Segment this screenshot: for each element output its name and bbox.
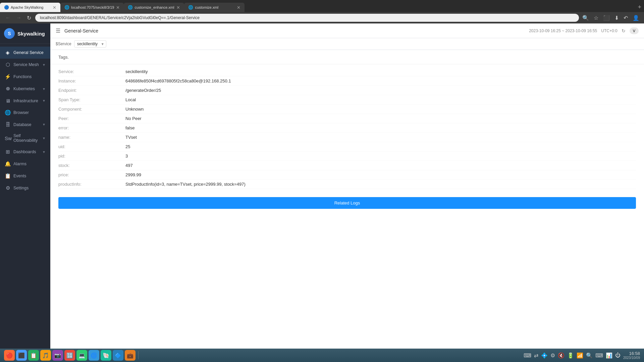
sidebar-item-service-mesh[interactable]: ⬡ Service Mesh ▼ bbox=[0, 59, 50, 71]
new-tab-button[interactable]: + bbox=[635, 2, 644, 12]
taskbar-chart-icon[interactable]: 📊 bbox=[606, 352, 612, 359]
clock-time: 16:58 bbox=[623, 351, 640, 356]
topbar-menu-icon[interactable]: ☰ bbox=[56, 27, 60, 34]
tab-close-button[interactable]: ✕ bbox=[53, 5, 56, 10]
sidebar-item-label: General Service bbox=[13, 50, 44, 55]
reload-button[interactable]: ↻ bbox=[25, 14, 33, 22]
field-value: 25 bbox=[125, 144, 636, 149]
table-row: Service: seckillentity bbox=[58, 67, 636, 76]
tab-favicon: 🌐 bbox=[128, 5, 132, 10]
tab-close-button[interactable]: ✕ bbox=[116, 5, 120, 10]
table-row: price: 2999.99 bbox=[58, 170, 636, 180]
toggle-option-1[interactable]: V bbox=[630, 28, 638, 34]
sidebar-item-dashboards[interactable]: ⊞ Dashboards ▼ bbox=[0, 146, 50, 158]
back-button[interactable]: ← bbox=[4, 14, 12, 21]
field-label: Service: bbox=[58, 69, 125, 74]
sidebar-item-general-service[interactable]: ◈ General Service bbox=[0, 47, 50, 59]
refresh-button[interactable]: ↻ bbox=[622, 28, 626, 34]
logo-text: Skywalking bbox=[17, 31, 45, 37]
taskbar-app-9[interactable]: 🐚 bbox=[101, 350, 111, 361]
clock-date: 2023/10/09 bbox=[623, 356, 640, 360]
sidebar-item-functions[interactable]: ⚡ Functions bbox=[0, 71, 50, 83]
taskbar-arrow-icon[interactable]: ⇄ bbox=[534, 352, 538, 359]
forward-button[interactable]: → bbox=[15, 14, 23, 21]
table-row: pid: 3 bbox=[58, 152, 636, 161]
taskbar-app-8[interactable]: 🌀 bbox=[89, 350, 99, 361]
self-observability-icon: Sw bbox=[5, 135, 11, 141]
taskbar-power-icon[interactable]: ⏻ bbox=[615, 352, 621, 358]
field-label: stock: bbox=[58, 163, 125, 168]
sidebar-item-label: Database bbox=[13, 122, 32, 127]
field-value: Local bbox=[125, 97, 636, 102]
field-label: uid: bbox=[58, 144, 125, 149]
sidebar-item-database[interactable]: 🗄 Database ▼ bbox=[0, 119, 50, 130]
taskbar-search-icon[interactable]: 🔍 bbox=[586, 352, 593, 359]
service-filter-label: $Service bbox=[56, 42, 71, 46]
sidebar-item-alarms[interactable]: 🔔 Alarms bbox=[0, 158, 50, 170]
fields-table: Service: seckillentity Instance: 648686f… bbox=[50, 64, 644, 192]
sidebar-item-events[interactable]: 📋 Events bbox=[0, 170, 50, 182]
back-nav-icon[interactable]: ↶ bbox=[623, 14, 629, 22]
content-area: Tags. Service: seckillentity Instance: 6… bbox=[50, 50, 644, 349]
sidebar-item-self-observability[interactable]: Sw Self Observability ▼ bbox=[0, 130, 50, 146]
extensions-icon[interactable]: ⬛ bbox=[602, 14, 610, 22]
expand-arrow-icon: ▼ bbox=[42, 150, 46, 154]
taskbar: 🔴 ⬛ 📋 🎵 📷 🔢 💻 🌀 🐚 🔷 💼 ⌨ ⇄ 💠 ⚙ 🔇 🔋 📶 🔍 ⌨ … bbox=[0, 349, 644, 362]
taskbar-keyboard-icon[interactable]: ⌨ bbox=[524, 352, 531, 359]
sidebar-item-kubernetes[interactable]: ☸ Kubernetes ▼ bbox=[0, 83, 50, 95]
sidebar-item-label: Settings bbox=[13, 186, 29, 190]
profile-icon[interactable]: 👤 bbox=[632, 14, 640, 22]
expand-arrow-icon: ▼ bbox=[42, 87, 46, 91]
taskbar-app-11[interactable]: 💼 bbox=[125, 350, 136, 361]
sidebar-item-browser[interactable]: 🌐 Browser bbox=[0, 107, 50, 119]
field-value: /generateOrder/25 bbox=[125, 88, 636, 93]
sidebar-item-label: Dashboards bbox=[13, 149, 36, 154]
field-label: Endpoint: bbox=[58, 88, 125, 93]
related-logs-button[interactable]: Related Logs bbox=[58, 197, 636, 209]
address-bar[interactable] bbox=[35, 14, 579, 22]
taskbar-app-6[interactable]: 🔢 bbox=[64, 350, 75, 361]
browser-tab-tab1[interactable]: 🔵 Apache SkyWalking ✕ bbox=[0, 3, 60, 12]
sidebar-item-label: Browser bbox=[13, 110, 29, 115]
infrastructure-icon: 🖥 bbox=[5, 98, 11, 104]
taskbar-app-2[interactable]: ⬛ bbox=[16, 350, 27, 361]
star-icon[interactable]: ☆ bbox=[593, 14, 599, 22]
taskbar-app-7[interactable]: 💻 bbox=[76, 350, 87, 361]
taskbar-blue-icon[interactable]: 💠 bbox=[541, 352, 548, 359]
field-value: 3 bbox=[125, 154, 636, 159]
taskbar-battery-icon[interactable]: 🔋 bbox=[567, 352, 574, 359]
download-icon[interactable]: ⬇ bbox=[614, 14, 620, 22]
field-label: Instance: bbox=[58, 78, 125, 83]
browser-tab-tab4[interactable]: 🌐 customize.xml ✕ bbox=[184, 3, 245, 12]
sidebar-item-label: Kubernetes bbox=[13, 86, 35, 91]
browser-tab-tab3[interactable]: 🌐 customize_enhance.xml ✕ bbox=[124, 3, 184, 12]
taskbar-app-4[interactable]: 🎵 bbox=[40, 350, 51, 361]
taskbar-app-5[interactable]: 📷 bbox=[52, 350, 63, 361]
sidebar-item-label: Infrastructure bbox=[13, 99, 38, 103]
taskbar-app-10[interactable]: 🔷 bbox=[113, 350, 123, 361]
sidebar-item-label: Self Observability bbox=[13, 133, 40, 143]
sidebar-item-infrastructure[interactable]: 🖥 Infrastructure ▼ bbox=[0, 95, 50, 107]
taskbar-app-1[interactable]: 🔴 bbox=[4, 350, 15, 361]
tab-close-button[interactable]: ✕ bbox=[237, 5, 240, 10]
field-label: error: bbox=[58, 125, 125, 130]
taskbar-keyboard2-icon[interactable]: ⌨ bbox=[595, 352, 603, 359]
table-row: Peer: No Peer bbox=[58, 114, 636, 123]
sidebar-item-settings[interactable]: ⚙ Settings bbox=[0, 182, 50, 194]
taskbar-settings-icon[interactable]: ⚙ bbox=[550, 352, 555, 359]
sidebar-logo: S Skywalking bbox=[0, 23, 50, 44]
table-row: uid: 25 bbox=[58, 142, 636, 152]
taskbar-mute-icon[interactable]: 🔇 bbox=[558, 352, 565, 359]
table-row: Instance: 648686fe850f4cd6978805f2c58ca8… bbox=[58, 76, 636, 86]
browser-tab-tab2[interactable]: 🌐 localhost:7075/seckill/3/19 ✕ bbox=[60, 3, 124, 12]
service-select[interactable]: seckillentity bbox=[74, 40, 106, 48]
taskbar-network-icon[interactable]: 📶 bbox=[577, 352, 583, 359]
table-row: Endpoint: /generateOrder/25 bbox=[58, 86, 636, 95]
tab-close-button[interactable]: ✕ bbox=[176, 5, 180, 10]
taskbar-clock: 16:58 2023/10/09 bbox=[623, 351, 640, 360]
tags-section: Tags. bbox=[50, 50, 644, 64]
taskbar-right: ⌨ ⇄ 💠 ⚙ 🔇 🔋 📶 🔍 ⌨ 📊 ⏻ 16:58 2023/10/09 bbox=[524, 351, 640, 360]
app-container: S Skywalking ◈ General Service ⬡ Service… bbox=[0, 23, 644, 349]
taskbar-app-3[interactable]: 📋 bbox=[28, 350, 39, 361]
search-icon[interactable]: 🔍 bbox=[582, 14, 590, 22]
